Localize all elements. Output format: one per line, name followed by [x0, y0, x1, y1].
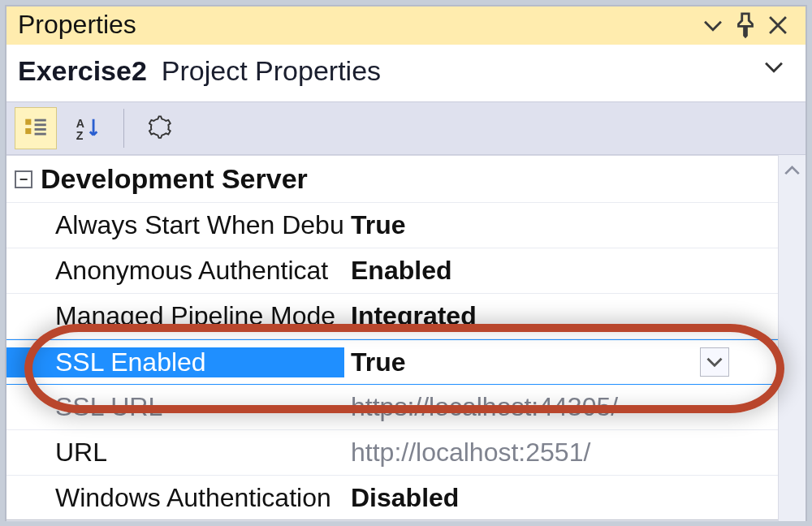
minus-icon: − — [15, 170, 32, 188]
property-value[interactable]: http://localhost:2551/ — [344, 438, 778, 468]
panel-title: Properties — [18, 10, 136, 40]
project-type-label: Project Properties — [162, 55, 381, 87]
toolbar-separator — [123, 109, 124, 148]
titlebar: Properties — [6, 6, 806, 45]
close-icon[interactable] — [762, 11, 794, 39]
property-value: https://localhost:44305/ — [344, 392, 778, 422]
property-row[interactable]: Managed Pipeline Mode Integrated — [6, 294, 778, 339]
project-name: Exercise2 — [18, 55, 147, 87]
collapse-toggle[interactable]: − — [6, 170, 41, 188]
property-row-selected[interactable]: SSL Enabled True — [6, 339, 778, 385]
property-name: Anonymous Authenticat — [6, 256, 344, 286]
svg-rect-4 — [35, 128, 46, 131]
svg-rect-0 — [25, 119, 31, 125]
property-pages-button[interactable] — [139, 107, 181, 149]
object-selector[interactable]: Exercise2 Project Properties — [6, 45, 806, 101]
property-value[interactable]: Integrated — [344, 301, 778, 331]
property-name: URL — [6, 438, 344, 468]
property-row[interactable]: URL http://localhost:2551/ — [6, 430, 778, 476]
dropdown-arrow-icon[interactable] — [760, 53, 794, 86]
vertical-scrollbar[interactable] — [778, 155, 806, 521]
categorized-button[interactable] — [15, 107, 57, 149]
property-row[interactable]: Always Start When Debu True — [6, 203, 778, 248]
category-label: Development Server — [41, 163, 308, 195]
scroll-up-arrow-icon[interactable] — [779, 155, 806, 186]
property-name: Managed Pipeline Mode — [6, 301, 344, 331]
property-name: SSL Enabled — [6, 347, 344, 377]
alphabetical-button[interactable]: AZ — [67, 107, 109, 149]
svg-rect-5 — [35, 133, 46, 136]
category-header[interactable]: − Development Server — [6, 156, 778, 203]
svg-text:A: A — [76, 117, 84, 130]
properties-panel: Properties Exercise2 Project Properties — [5, 5, 807, 521]
svg-rect-1 — [25, 128, 31, 134]
svg-text:Z: Z — [76, 129, 84, 142]
property-value[interactable]: Enabled — [344, 256, 778, 286]
property-row[interactable]: Windows Authentication Disabled — [6, 476, 778, 521]
property-name: Windows Authentication — [6, 483, 344, 513]
property-row[interactable]: SSL URL https://localhost:44305/ — [6, 385, 778, 430]
property-value[interactable]: True — [344, 210, 778, 240]
toolbar: AZ — [6, 101, 806, 155]
dropdown-button[interactable] — [700, 347, 729, 377]
property-value[interactable]: Disabled — [344, 483, 778, 513]
property-row[interactable]: Anonymous Authenticat Enabled — [6, 248, 778, 294]
window-options-button[interactable] — [697, 11, 729, 39]
pin-icon[interactable] — [729, 11, 762, 39]
svg-rect-3 — [35, 123, 46, 126]
property-name: Always Start When Debu — [6, 210, 344, 240]
property-grid: − Development Server Always Start When D… — [6, 155, 806, 521]
property-name: SSL URL — [6, 392, 344, 422]
svg-rect-2 — [35, 119, 46, 122]
